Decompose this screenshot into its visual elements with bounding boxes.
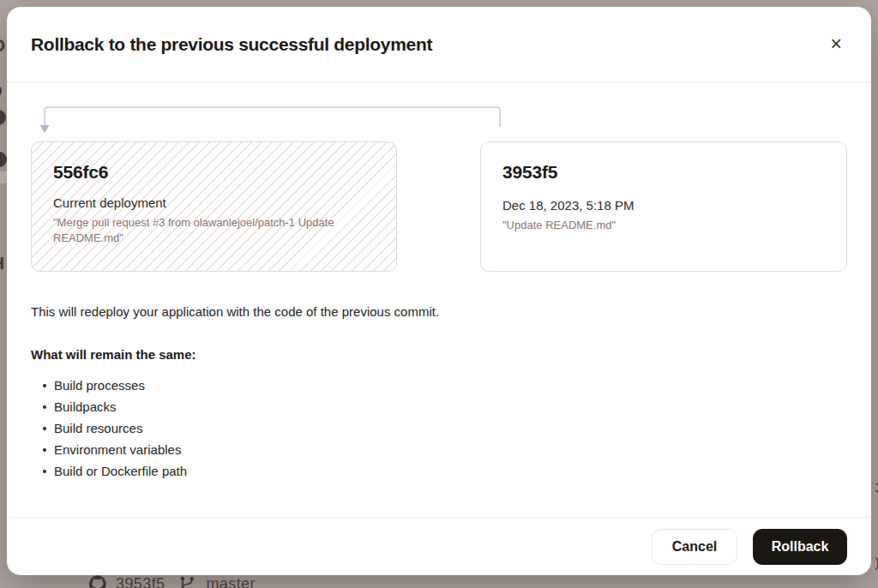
current-deployment-card: 556fc6 Current deployment "Merge pull re… <box>31 141 397 272</box>
previous-deployment-timestamp: Dec 18, 2023, 5:18 PM <box>502 197 825 213</box>
bg-letter-fragment: D <box>0 85 3 99</box>
bg-branch-name: master <box>206 575 255 588</box>
list-item: Environment variables <box>54 439 847 460</box>
dialog-footer: Cancel Rollback <box>7 517 871 575</box>
dialog-title: Rollback to the previous successful depl… <box>31 34 432 55</box>
remain-same-list: Build processes Buildpacks Build resourc… <box>31 375 847 482</box>
current-commit-message: "Merge pull request #3 from olawanlejoel… <box>53 215 375 246</box>
rollback-button[interactable]: Rollback <box>753 529 847 565</box>
dimmed-page-right-edge: 3 ) <box>872 0 878 588</box>
remain-same-heading: What will remain the same: <box>31 346 847 363</box>
bg-icon-fragment <box>0 110 6 125</box>
close-icon[interactable]: × <box>826 33 847 56</box>
branch-icon <box>179 575 196 588</box>
list-item: Build processes <box>54 375 847 396</box>
github-icon <box>89 575 106 588</box>
list-item: Build or Dockerfile path <box>54 460 847 482</box>
dialog-header: Rollback to the previous successful depl… <box>7 7 871 82</box>
rollback-dialog: Rollback to the previous successful depl… <box>7 7 871 575</box>
current-commit-hash: 556fc6 <box>53 162 375 183</box>
list-item: Buildpacks <box>54 396 847 417</box>
dimmed-deployment-row: 3953f5 master <box>89 575 256 588</box>
previous-commit-hash: 3953f5 <box>502 162 825 183</box>
dialog-body: 556fc6 Current deployment "Merge pull re… <box>7 82 871 517</box>
bg-icon-fragment <box>0 152 7 167</box>
bg-divider-fragment <box>0 171 7 183</box>
dimmed-page-left-edge: D D H <box>0 0 7 588</box>
rollback-arrow-connector <box>7 82 871 142</box>
cancel-button[interactable]: Cancel <box>652 529 737 565</box>
bg-letter-fragment: H <box>0 254 4 272</box>
previous-commit-message: "Update README.md" <box>502 218 825 233</box>
previous-deployment-card: 3953f5 Dec 18, 2023, 5:18 PM "Update REA… <box>480 141 847 272</box>
bg-letter-fragment: 3 <box>875 481 878 495</box>
deployment-cards: 556fc6 Current deployment "Merge pull re… <box>31 141 847 272</box>
bg-letter-fragment: D <box>0 36 5 54</box>
bg-letter-fragment: ) <box>875 555 878 570</box>
bg-commit-hash: 3953f5 <box>116 575 165 588</box>
redeploy-description: This will redeploy your application with… <box>31 303 847 321</box>
list-item: Build resources <box>54 417 847 439</box>
current-deployment-label: Current deployment <box>53 195 375 211</box>
